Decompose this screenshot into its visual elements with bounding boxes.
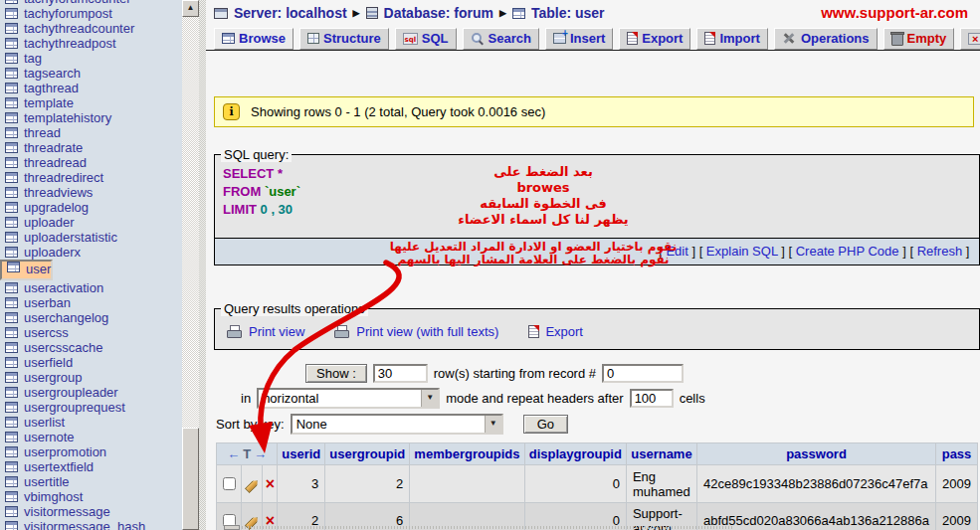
sidebar-item-usercss[interactable]: usercss bbox=[0, 325, 182, 340]
sidebar-item-userfield[interactable]: userfield bbox=[0, 355, 182, 370]
sidebar-item-tachythreadcounter[interactable]: tachythreadcounter bbox=[0, 21, 182, 36]
query-ops-row: Print viewPrint view (with full texts)Ex… bbox=[215, 316, 979, 349]
info-icon bbox=[223, 103, 240, 120]
column-header-username[interactable]: username bbox=[627, 443, 696, 464]
go-button[interactable]: Go bbox=[523, 415, 568, 434]
sidebar-item-tachythreadpost[interactable]: tachythreadpost bbox=[0, 36, 182, 51]
scroll-up-icon[interactable]: ▲ bbox=[182, 0, 199, 17]
repeat-headers-input[interactable] bbox=[630, 389, 674, 408]
delete-x-icon[interactable] bbox=[266, 477, 275, 491]
arrow-right-icon[interactable]: → bbox=[254, 446, 267, 461]
cell-username: Eng muhamed bbox=[627, 465, 696, 502]
sidebar-item-userlist[interactable]: userlist bbox=[0, 415, 182, 430]
sidebar-scrollbar[interactable]: ▲ bbox=[182, 0, 199, 530]
sidebar-item-uploader[interactable]: uploader bbox=[0, 215, 182, 230]
sidebar-item-upgradelog[interactable]: upgradelog bbox=[0, 200, 182, 215]
sidebar-item-tagthread[interactable]: tagthread bbox=[0, 81, 182, 95]
sidebar-item-tachyforumpost[interactable]: tachyforumpost bbox=[0, 6, 182, 21]
cell-displaygroupid: 0 bbox=[525, 465, 626, 502]
notice-box: Showing rows 0 - 1 (2 total, Query took … bbox=[214, 96, 974, 127]
sql-icon bbox=[403, 33, 418, 45]
column-header-usergroupid[interactable]: usergroupid bbox=[325, 443, 409, 464]
sidebar-item-thread[interactable]: thread bbox=[0, 125, 182, 140]
empty-icon bbox=[891, 34, 903, 46]
sidebar-item-uploaderstatistic[interactable]: uploaderstatistic bbox=[0, 230, 182, 245]
sidebar-item-usernote[interactable]: usernote bbox=[0, 430, 182, 444]
sidebar-item-usergroup[interactable]: usergroup bbox=[0, 370, 182, 385]
breadcrumb-server[interactable]: Server: localhost bbox=[234, 5, 347, 21]
query-op-label: Print view bbox=[249, 324, 304, 339]
sidebar-item-threadrate[interactable]: threadrate bbox=[0, 140, 182, 155]
tab-search[interactable]: Search bbox=[463, 28, 539, 50]
scroll-left-icon[interactable] bbox=[224, 525, 240, 530]
frame-divider[interactable] bbox=[199, 0, 206, 530]
chevron-down-icon: ▼ bbox=[485, 416, 501, 433]
table-icon bbox=[5, 247, 18, 258]
sidebar-item-usergrouprequest[interactable]: usergrouprequest bbox=[0, 400, 182, 415]
breadcrumb-database[interactable]: Database: forum bbox=[384, 5, 493, 21]
tab-structure[interactable]: Structure bbox=[299, 28, 389, 50]
sidebar-item-tagsearch[interactable]: tagsearch bbox=[0, 66, 182, 81]
sidebar-item-user[interactable]: user bbox=[0, 260, 53, 280]
print-view-link[interactable]: Print view bbox=[227, 324, 304, 339]
cell-password: 42ce89c193348b23886d07236c47ef7a bbox=[697, 465, 935, 502]
sidebar-item-userban[interactable]: userban bbox=[0, 295, 182, 310]
sidebar-item-usercsscache[interactable]: usercsscache bbox=[0, 340, 182, 355]
refresh-link[interactable]: Refresh bbox=[917, 244, 963, 259]
query-ops-legend: Query results operations bbox=[221, 301, 368, 316]
sidebar-item-usertitle[interactable]: usertitle bbox=[0, 474, 182, 489]
tab-empty[interactable]: Empty bbox=[883, 28, 955, 50]
create-php-code-link[interactable]: Create PHP Code bbox=[796, 244, 899, 259]
table-icon bbox=[5, 217, 18, 228]
sort-key-value: None bbox=[293, 416, 485, 433]
sql-footer-bar: نقوم باختيار العضو او الادارة المراد الت… bbox=[215, 238, 979, 265]
sidebar-item-usergroupleader[interactable]: usergroupleader bbox=[0, 385, 182, 400]
edit-pencil-icon[interactable] bbox=[244, 477, 260, 492]
export-link[interactable]: Export bbox=[528, 324, 583, 339]
rows-count-input[interactable] bbox=[373, 364, 428, 383]
sidebar-item-userchangelog[interactable]: userchangelog bbox=[0, 310, 182, 325]
tab-export[interactable]: Export bbox=[619, 28, 690, 50]
sidebar-item-threadredirect[interactable]: threadredirect bbox=[0, 170, 182, 185]
tab-operations[interactable]: Operations bbox=[774, 28, 878, 50]
sidebar-item-useractivation[interactable]: useractivation bbox=[0, 280, 182, 295]
sidebar-item-uploaderx[interactable]: uploaderx bbox=[0, 245, 182, 260]
tab-sql[interactable]: SQL bbox=[395, 28, 457, 50]
sidebar-item-threadread[interactable]: threadread bbox=[0, 155, 182, 170]
sidebar-item-tag[interactable]: tag bbox=[0, 51, 182, 66]
header-options-cell: ←T→ bbox=[217, 443, 277, 464]
link-bracket: [ Create PHP Code ] bbox=[788, 244, 909, 259]
sort-key-select[interactable]: None ▼ bbox=[291, 414, 503, 435]
insert-icon bbox=[553, 33, 566, 44]
column-header-userid[interactable]: userid bbox=[278, 443, 324, 464]
arrow-left-icon[interactable]: ← bbox=[227, 446, 240, 461]
sidebar-item-usertextfield[interactable]: usertextfield bbox=[0, 459, 182, 474]
start-record-input[interactable] bbox=[602, 364, 684, 383]
column-header-password[interactable]: password bbox=[697, 443, 935, 464]
tab-insert[interactable]: Insert bbox=[545, 28, 613, 50]
horizontal-scrollbar[interactable] bbox=[216, 525, 733, 530]
show-button[interactable]: Show : bbox=[305, 364, 367, 383]
sidebar-item-userpromotion[interactable]: userpromotion bbox=[0, 444, 182, 459]
sidebar-item-visitormessage_hash[interactable]: visitormessage_hash bbox=[0, 519, 182, 530]
tab-drop[interactable]: Drop bbox=[960, 28, 980, 50]
scrollbar-thumb[interactable] bbox=[182, 428, 199, 530]
column-header-membergroupids[interactable]: membergroupids bbox=[410, 443, 524, 464]
tab-browse[interactable]: Browse bbox=[214, 28, 294, 50]
column-header-pass[interactable]: pass bbox=[936, 443, 977, 464]
sidebar-item-visitormessage[interactable]: visitormessage bbox=[0, 504, 182, 519]
breadcrumb-table[interactable]: Table: user bbox=[531, 5, 605, 21]
sidebar-item-templatehistory[interactable]: templatehistory bbox=[0, 110, 182, 125]
transpose-icon[interactable]: T bbox=[240, 446, 254, 461]
sidebar-item-threadviews[interactable]: threadviews bbox=[0, 185, 182, 200]
row-checkbox[interactable] bbox=[223, 477, 236, 490]
database-icon bbox=[366, 7, 378, 19]
sidebar-item-label: tachythreadpost bbox=[24, 36, 116, 51]
column-header-displaygroupid[interactable]: displaygroupid bbox=[525, 443, 626, 464]
breadcrumb-separator: ▶ bbox=[353, 8, 360, 18]
tab-import[interactable]: Import bbox=[696, 28, 767, 50]
mode-select[interactable]: horizontal ▼ bbox=[257, 388, 440, 409]
print-view-with-full-texts--link[interactable]: Print view (with full texts) bbox=[334, 324, 498, 339]
sidebar-item-vbimghost[interactable]: vbimghost bbox=[0, 489, 182, 504]
sidebar-item-template[interactable]: template bbox=[0, 95, 182, 110]
